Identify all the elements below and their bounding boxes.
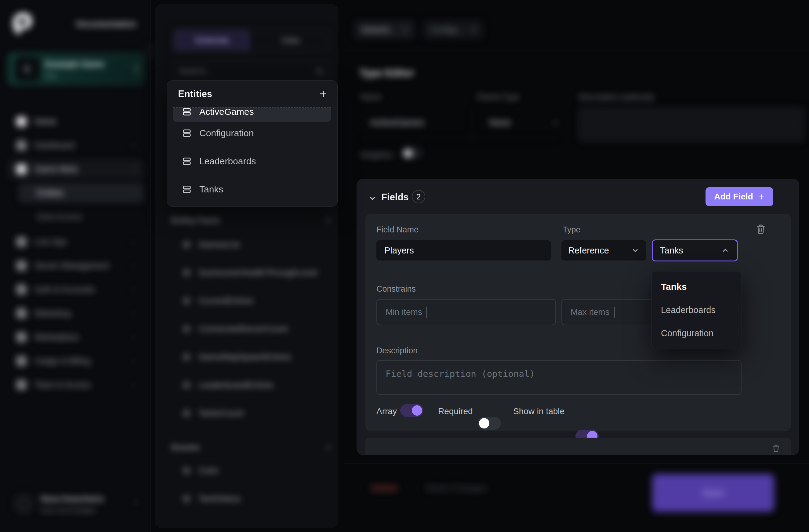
app-root: Documentation E Example Game Dev Home <box>0 0 809 532</box>
chevron-down-icon <box>130 142 136 149</box>
add-field-button[interactable]: Add Field + <box>706 187 773 206</box>
entity-item-activegames[interactable]: ActiveGames <box>173 107 331 122</box>
type-name-input[interactable]: ActiveGames <box>370 117 424 128</box>
fact-icon <box>183 325 190 333</box>
fact-item[interactable]: SummonerHealthThroughLevel <box>183 268 317 278</box>
game-selector-card[interactable]: E Example Game Dev <box>7 53 144 86</box>
field-description-label: Description <box>376 346 418 356</box>
search-input[interactable] <box>178 66 315 76</box>
chevron-down-icon <box>130 334 136 341</box>
entities-card: Entities + ActiveGames <box>167 80 338 207</box>
sidebar-item-game-meta[interactable]: Game Meta <box>7 159 144 179</box>
close-icon[interactable]: × <box>470 24 476 35</box>
chevron-down-icon <box>130 310 136 317</box>
dropdown-option-configuration[interactable]: Configuration <box>652 322 742 345</box>
enum-item[interactable]: TankStatus <box>183 494 241 503</box>
entity-item-leaderboards[interactable]: Leaderboards <box>173 151 331 171</box>
divider <box>360 138 559 139</box>
game-switch-icon <box>133 63 140 75</box>
editor-tab-activegames[interactable]: ActiveG... × <box>354 20 415 39</box>
sidebar-item-usage-billing[interactable]: Usage & Billing <box>7 351 144 371</box>
fact-item[interactable]: LeaderboardEntries <box>183 380 274 390</box>
documentation-link[interactable]: Documentation <box>76 19 136 29</box>
sidebar-item-dashboard[interactable]: Dashboard <box>7 136 144 155</box>
sidebar-item-marketing[interactable]: Marketing <box>7 304 144 323</box>
chevron-up-icon <box>721 246 729 255</box>
delete-field-icon[interactable] <box>772 444 780 453</box>
sidebar-item-live-ops[interactable]: Live Ops <box>7 232 144 252</box>
sidebar-item-home[interactable]: Home <box>7 112 144 131</box>
nav-item-icon <box>16 164 27 174</box>
save-button[interactable]: Save <box>652 474 774 512</box>
nav-item-icon <box>16 237 27 247</box>
fact-icon <box>183 381 190 389</box>
tab-data[interactable]: Data <box>252 29 329 51</box>
field-type-label: Type <box>563 225 581 235</box>
plus-icon: + <box>759 192 765 201</box>
entity-item-configuration[interactable]: Configuration <box>173 123 331 143</box>
field-name-label: Field Name <box>376 225 418 235</box>
delete-field-icon[interactable] <box>755 223 767 235</box>
type-description-input[interactable] <box>578 107 805 142</box>
dropdown-option-tanks[interactable]: Tanks <box>652 275 742 298</box>
sidebar-item-marketplace[interactable]: Marketplace <box>7 327 144 347</box>
field-type-select[interactable]: Reference <box>562 240 646 260</box>
sidebar-item-data-access[interactable]: Data Access <box>18 207 144 227</box>
game-env-label: Dev <box>45 72 57 80</box>
sidebar-item-server-management[interactable]: Server Management <box>7 256 144 275</box>
editor-tab-configuration[interactable]: Configu... × <box>423 20 483 39</box>
sidebar-item-auth-accounts[interactable]: Auth & Accounts <box>7 280 144 299</box>
add-entity-button[interactable]: + <box>319 89 327 99</box>
library-search <box>171 61 331 82</box>
entity-item-tanks[interactable]: Tanks <box>173 179 331 200</box>
fact-icon <box>183 297 190 305</box>
array-toggle[interactable] <box>400 404 424 417</box>
fact-item[interactable]: GamesList <box>183 240 239 250</box>
entity-icon <box>182 107 191 116</box>
search-icon <box>315 67 324 75</box>
add-entity-fact-button[interactable]: + <box>325 214 331 226</box>
add-enum-button[interactable]: + <box>325 441 331 453</box>
dropdown-option-leaderboards[interactable]: Leaderboards <box>652 298 742 322</box>
chevron-down-icon <box>551 119 560 127</box>
reference-target-select[interactable]: Tanks <box>652 239 738 261</box>
field-description-input[interactable] <box>377 361 741 394</box>
game-title: Example Game <box>45 59 104 69</box>
enum-item[interactable]: Color <box>183 466 219 476</box>
sidebar-item-entities[interactable]: Entities <box>18 183 144 203</box>
fact-item[interactable]: CurrentEntries <box>183 296 254 306</box>
fact-item[interactable]: ConnectedServerCount <box>183 324 288 334</box>
singleton-toggle[interactable] <box>402 148 422 159</box>
field-description-wrap <box>376 360 742 395</box>
fact-icon <box>183 409 190 417</box>
min-items-input[interactable]: Min items <box>376 299 556 325</box>
collapse-fields-icon[interactable] <box>368 194 377 203</box>
tab-schemas[interactable]: Schemas <box>173 29 250 51</box>
game-avatar: E <box>15 57 40 81</box>
fact-icon <box>183 269 190 277</box>
sidebar-collapse-handle[interactable] <box>146 43 154 58</box>
entities-scroll-clip: ActiveGames <box>173 107 331 123</box>
user-org: Nana technologies <box>40 507 96 514</box>
reset-changes-button[interactable]: Reset Changes <box>426 483 487 493</box>
nav-item-icon <box>16 116 27 127</box>
enums-header: Enums + <box>171 441 331 453</box>
fields-title: Fields <box>381 192 409 203</box>
fact-item[interactable]: TanksCount <box>183 408 244 418</box>
field-row-collapsed[interactable] <box>365 437 791 455</box>
delete-button[interactable]: Delete <box>371 483 398 493</box>
chevron-down-icon <box>130 381 136 388</box>
chevron-down-icon <box>631 246 640 255</box>
entities-title: Entities <box>178 89 212 100</box>
enum-icon <box>183 495 190 503</box>
enum-icon <box>183 467 190 475</box>
user-card[interactable]: Nana Kwachwira Nana technologies <box>7 485 144 523</box>
field-name-input[interactable] <box>384 245 543 256</box>
close-icon[interactable]: × <box>402 24 408 35</box>
entity-icon <box>182 157 191 166</box>
sidebar-item-team-access[interactable]: Team & Access <box>7 375 144 395</box>
required-toggle[interactable] <box>478 417 501 430</box>
parent-type-select[interactable]: None <box>489 117 511 128</box>
nav-item-icon <box>16 332 27 342</box>
fact-item[interactable]: GameMapSpawnEntries <box>183 352 291 362</box>
